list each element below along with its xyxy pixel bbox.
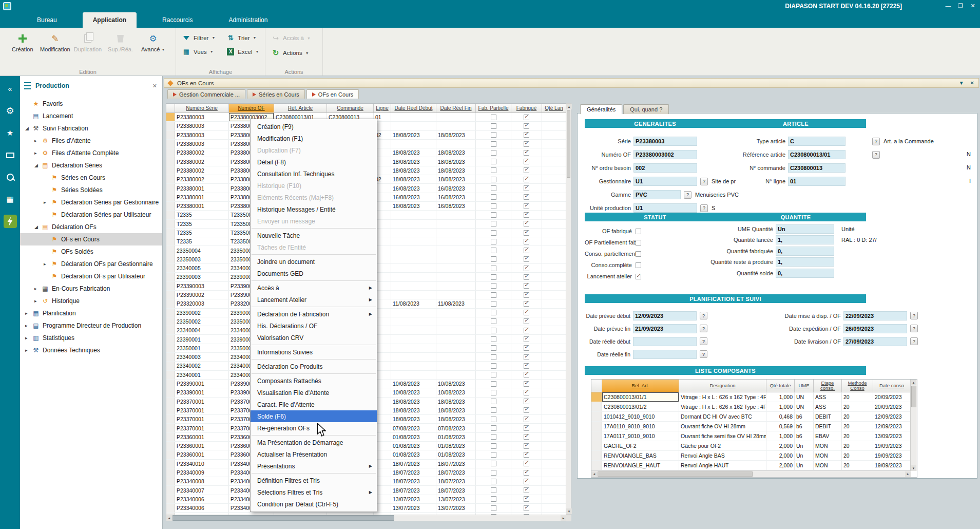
sidebar-item[interactable]: ▸ ▤ Programme Directeur de Production [20, 319, 162, 332]
column-header[interactable]: Methode Conso [842, 380, 873, 392]
row-selector[interactable] [591, 412, 602, 421]
context-menu-item[interactable]: Condition par Défaut (Ctrl-F5) [251, 498, 377, 510]
fabrique-checkbox[interactable] [524, 221, 529, 226]
context-menu-item[interactable]: Création (F9) [251, 121, 377, 133]
fab-partielle-checkbox[interactable] [491, 239, 496, 244]
date-field-value[interactable]: 22/09/2023 [843, 311, 907, 320]
menu-tab[interactable]: Bureau [27, 12, 67, 28]
row-selector[interactable] [166, 122, 175, 130]
fabrique-checkbox[interactable] [524, 203, 529, 209]
fabrique-checkbox[interactable] [524, 301, 529, 307]
field-value[interactable]: PVC [633, 190, 681, 199]
row-selector[interactable] [166, 157, 175, 165]
desktop-icon[interactable] [4, 148, 17, 162]
context-menu-item[interactable]: Historique (F10) [251, 180, 377, 192]
row-selector[interactable] [166, 362, 175, 370]
context-menu-item[interactable]: Composants Rattachés [251, 375, 377, 387]
sidebar-item[interactable]: ⚑ OFs Soldés [20, 245, 162, 258]
tree-expander-icon[interactable]: ▸ [34, 298, 41, 304]
row-selector[interactable] [166, 273, 175, 281]
fabrique-checkbox[interactable] [524, 185, 529, 191]
tree-expander-icon[interactable]: ▸ [25, 335, 32, 341]
minimize-icon[interactable]: — [943, 1, 953, 10]
field-value[interactable]: C230800013 [788, 163, 846, 173]
fabrique-checkbox[interactable] [524, 150, 529, 156]
tree-expander-icon[interactable]: ▸ [34, 150, 41, 156]
row-selector[interactable] [166, 317, 175, 326]
fabrique-checkbox[interactable] [524, 381, 529, 387]
field-value[interactable]: C [788, 137, 846, 146]
context-menu-item[interactable]: Valorisation CRV [251, 332, 377, 344]
row-selector[interactable] [166, 371, 175, 379]
trier-button[interactable]: ⇅ Trier▼ [226, 34, 259, 42]
fab-partielle-checkbox[interactable] [491, 266, 496, 271]
modules-grid-icon[interactable]: ▦ [4, 193, 17, 206]
avance-button[interactable]: ⚙ Avancé▼ [137, 31, 169, 52]
context-menu-item[interactable]: Déclaration Co-Produits [251, 361, 377, 372]
fab-partielle-checkbox[interactable] [491, 256, 496, 262]
fabrique-checkbox[interactable] [524, 479, 529, 484]
fab-partielle-checkbox[interactable] [491, 167, 496, 173]
modification-button[interactable]: ✎ Modification [39, 31, 72, 52]
fabrique-checkbox[interactable] [524, 363, 529, 369]
field-value[interactable]: C230800013/01 [788, 150, 846, 159]
duplication-button[interactable]: Duplication [71, 31, 104, 52]
tree-expander-icon[interactable]: ◢ [34, 163, 41, 168]
document-tab[interactable]: Séries en Cours [247, 89, 305, 99]
fabrique-checkbox[interactable] [524, 230, 529, 236]
horizontal-scrollbar[interactable]: ◄ ► [166, 515, 567, 521]
sidebar-item[interactable]: ▤ Lancement [20, 110, 162, 122]
row-selector[interactable] [166, 398, 175, 406]
column-header[interactable] [166, 104, 175, 112]
row-selector[interactable] [166, 477, 175, 485]
vertical-scrollbar[interactable]: ▲ ▼ [910, 380, 917, 471]
row-selector[interactable] [166, 175, 175, 183]
fab-partielle-checkbox[interactable] [491, 283, 496, 289]
scroll-down-icon[interactable]: ▼ [911, 465, 916, 471]
row-selector[interactable] [591, 431, 602, 441]
row-selector[interactable] [166, 406, 175, 414]
row-selector[interactable] [166, 504, 175, 512]
table-row[interactable]: C230800013/01/1 Vitrage : H x L : 626 x … [591, 392, 911, 402]
fabrique-checkbox[interactable] [524, 425, 529, 431]
date-field-value[interactable] [633, 350, 697, 359]
context-menu-item[interactable]: His. Déclarations / OF [251, 320, 377, 332]
context-menu-item[interactable]: Sélections Filtres et Tris ▶ [251, 486, 377, 498]
fabrique-checkbox[interactable] [524, 452, 529, 458]
fabrique-checkbox[interactable] [524, 487, 529, 493]
sidebar-item[interactable]: ▸ ↺ Historique [20, 295, 162, 307]
fabrique-checkbox[interactable] [524, 159, 529, 164]
sidebar-item[interactable]: ★ Favoris [20, 98, 162, 110]
fabrique-checkbox[interactable] [524, 266, 529, 271]
tree-expander-icon[interactable]: ▸ [25, 323, 32, 328]
field-value[interactable]: 0, [776, 247, 834, 256]
fab-partielle-checkbox[interactable] [491, 336, 496, 342]
help-button[interactable]: ? [872, 151, 880, 159]
sidebar-item[interactable]: ▸ ▥ Statistiques [20, 332, 162, 344]
column-header[interactable]: Commande [327, 104, 374, 112]
status-checkbox[interactable] [636, 262, 641, 268]
fab-partielle-checkbox[interactable] [491, 425, 496, 431]
row-selector[interactable] [166, 246, 175, 254]
row-selector[interactable] [166, 211, 175, 219]
column-header[interactable]: Qté Lan [542, 104, 566, 112]
table-row[interactable]: 17A0110_9010_9010 Ouvrant fiche OV HI 28… [591, 422, 911, 431]
fab-partielle-checkbox[interactable] [491, 221, 496, 226]
sidebar-item[interactable]: ▸ ▦ En-Cours Fabrication [20, 282, 162, 295]
fabrique-checkbox[interactable] [524, 372, 529, 377]
fabrique-checkbox[interactable] [524, 461, 529, 466]
scrollbar-thumb[interactable] [598, 471, 753, 477]
row-selector[interactable] [166, 202, 175, 210]
fabrique-checkbox[interactable] [524, 283, 529, 289]
context-menu-item[interactable]: Modification (F1) [251, 133, 377, 144]
row-selector[interactable] [166, 353, 175, 361]
detail-tab[interactable]: Généralités [580, 104, 622, 114]
help-button[interactable]: ? [700, 350, 707, 358]
table-row[interactable]: GACHE_OF2 Gâche pour OF2 2,000 Un MON 20… [591, 441, 911, 451]
filtrer-button[interactable]: Filtrer▼ [182, 34, 215, 42]
acces-a-button[interactable]: ↪ Accès à▼ [272, 34, 311, 42]
help-button[interactable]: ? [700, 325, 707, 332]
field-value[interactable]: 002 [633, 163, 697, 173]
date-field-value[interactable]: 27/09/2023 [843, 337, 907, 346]
row-selector[interactable] [166, 495, 175, 503]
